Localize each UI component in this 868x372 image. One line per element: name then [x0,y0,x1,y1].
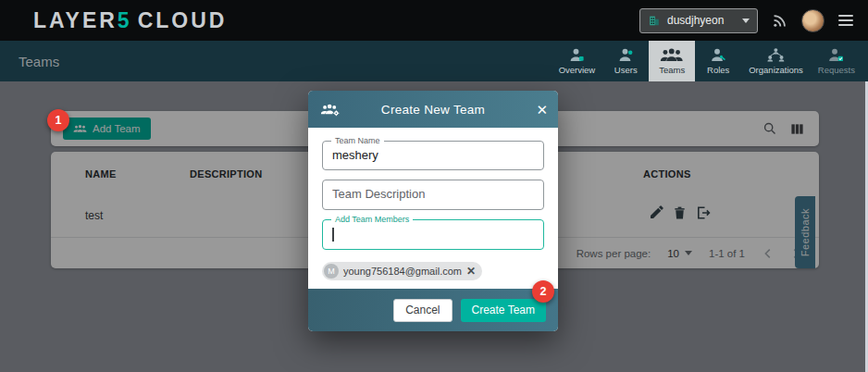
chip-email: young756184@gmail.com [343,266,462,277]
team-description-input[interactable] [323,180,543,206]
modal-header: Create New Team ✕ [308,91,558,128]
tab-roles[interactable]: Roles [695,41,741,81]
tab-label: Users [614,65,638,75]
team-name-label: Team Name [331,136,384,146]
tab-label: Teams [659,65,685,75]
building-icon [648,14,661,27]
modal-footer: Cancel Create Team [308,289,558,331]
tab-organizations[interactable]: Organizations [741,41,811,81]
person-users-icon [617,47,635,63]
tab-teams[interactable]: Teams [649,41,695,81]
tab-overview[interactable]: Overview [552,41,603,81]
layer5-cloud-logo: LAYER5CLOUD [33,8,227,33]
chevron-down-icon [742,19,750,23]
team-members-label: Add Team Members [331,215,413,225]
org-switcher-dropdown[interactable]: dusdjhyeon [639,8,758,33]
logo-text-layer: LAYER [33,8,118,32]
hamburger-menu-icon[interactable] [838,15,853,26]
feed-icon[interactable] [772,13,787,29]
member-chip: M young756184@gmail.com ✕ [322,262,482,280]
step-badge-1: 1 [47,109,69,131]
cancel-button[interactable]: Cancel [393,299,452,322]
create-team-modal: Create New Team ✕ Team Name Add Team Mem… [308,91,558,331]
team-description-field [322,180,544,210]
team-members-field: Add Team Members [322,219,544,250]
close-icon[interactable]: ✕ [536,103,548,117]
person-key-icon [710,47,727,63]
current-user-label: dusdjhyeon [667,14,736,27]
person-check-icon [827,47,845,63]
top-right-controls: dusdjhyeon [639,8,868,33]
team-name-field: Team Name [322,141,544,170]
modal-body: Team Name Add Team Members M young756184… [308,128,558,280]
top-header-bar: LAYER5CLOUD dusdjhyeon [0,0,868,41]
person-overview-icon [568,47,586,63]
group-icon [660,47,684,63]
text-caret [332,228,334,242]
logo-text-five: 5 [118,8,132,32]
create-team-button[interactable]: Create Team [461,299,546,322]
user-avatar[interactable] [801,9,825,32]
modal-title: Create New Team [308,103,558,117]
chip-avatar: M [324,264,339,279]
chip-delete-icon[interactable]: ✕ [466,266,476,277]
tab-label: Overview [559,65,596,75]
app-window: LAYER5CLOUD dusdjhyeon [0,0,868,372]
nav-tabs: Overview Users Teams [552,41,862,81]
logo-text-cloud: CLOUD [138,8,228,32]
tab-label: Roles [707,65,729,75]
page-title: Teams [19,54,59,69]
tab-users[interactable]: Users [602,41,649,81]
step-badge-2: 2 [532,280,554,303]
tab-requests[interactable]: Requests [811,41,862,81]
org-tree-icon [766,47,786,63]
tab-label: Requests [818,65,855,75]
section-navbar: Teams Overview Users [0,41,868,81]
tab-label: Organizations [749,65,803,75]
